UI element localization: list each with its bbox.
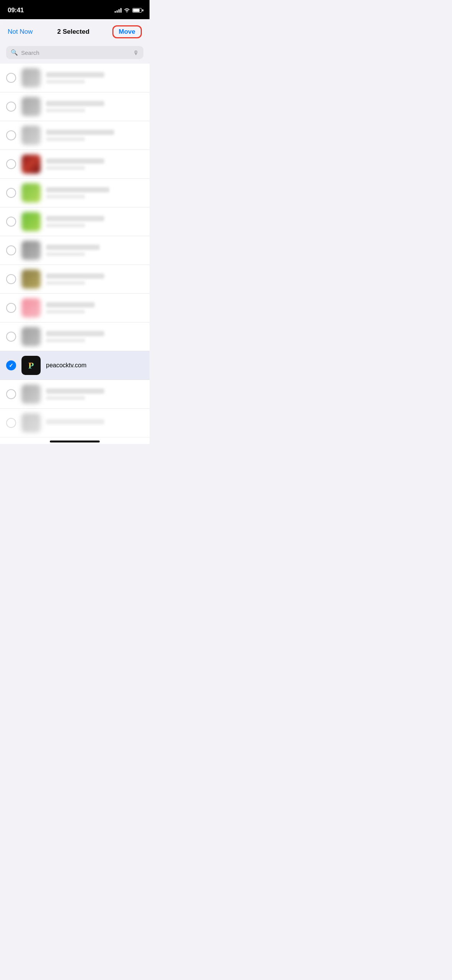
status-icons: [115, 8, 142, 13]
item-subtitle: [46, 224, 85, 227]
wifi-icon: [124, 8, 130, 13]
mic-icon[interactable]: 🎙: [133, 49, 139, 56]
radio-button[interactable]: [6, 159, 16, 169]
radio-button[interactable]: [6, 274, 16, 284]
item-subtitle: [46, 281, 85, 285]
item-title: [46, 419, 104, 424]
item-subtitle: [46, 80, 85, 84]
status-bar: 09:41: [0, 0, 150, 19]
peacock-title: peacocktv.com: [46, 362, 87, 368]
home-indicator: [0, 437, 150, 444]
signal-icon: [115, 8, 122, 13]
list-item[interactable]: [0, 265, 150, 294]
radio-button-selected[interactable]: ✓: [6, 360, 16, 370]
main-container: Not Now 2 Selected Move 🔍 Search 🎙: [0, 19, 150, 444]
item-subtitle: [46, 195, 85, 199]
not-now-button[interactable]: Not Now: [8, 28, 35, 36]
app-icon: [21, 270, 41, 289]
radio-button[interactable]: [6, 245, 16, 255]
item-title: [46, 72, 104, 77]
list-item-peacock[interactable]: ✓ P peacocktv.com: [0, 351, 150, 380]
app-icon: [21, 97, 41, 116]
radio-button[interactable]: [6, 332, 16, 342]
list-item[interactable]: [0, 294, 150, 322]
app-icon: [21, 327, 41, 346]
item-title: [46, 216, 104, 221]
radio-button[interactable]: [6, 188, 16, 198]
list-item[interactable]: [0, 409, 150, 437]
app-icon: [21, 413, 41, 432]
app-icon: [21, 212, 41, 231]
radio-button[interactable]: [6, 217, 16, 227]
radio-button[interactable]: [6, 389, 16, 399]
app-icon: [21, 155, 41, 174]
search-bar-wrapper: 🔍 Search 🎙: [0, 43, 150, 64]
home-bar: [50, 441, 100, 442]
list-item[interactable]: [0, 150, 150, 179]
item-title: [46, 101, 104, 106]
list-item[interactable]: [0, 236, 150, 265]
item-subtitle: [46, 339, 85, 342]
item-title: [46, 331, 104, 336]
list-item[interactable]: [0, 207, 150, 236]
search-bar[interactable]: 🔍 Search 🎙: [6, 46, 143, 59]
nav-title: 2 Selected: [57, 28, 89, 36]
battery-icon: [132, 8, 142, 13]
search-input[interactable]: Search: [21, 49, 130, 56]
status-time: 09:41: [8, 7, 24, 14]
app-icon: [21, 183, 41, 202]
item-title: [46, 187, 109, 192]
app-icon-peacock: P: [21, 356, 41, 375]
radio-button[interactable]: [6, 303, 16, 313]
item-title: [46, 273, 104, 279]
item-subtitle: [46, 137, 85, 141]
item-subtitle: [46, 109, 85, 112]
radio-button[interactable]: [6, 73, 16, 83]
radio-button[interactable]: [6, 130, 16, 140]
item-subtitle: [46, 166, 85, 170]
move-button[interactable]: Move: [112, 25, 142, 38]
app-icon: [21, 126, 41, 145]
list-item[interactable]: [0, 322, 150, 351]
list-item[interactable]: [0, 64, 150, 92]
list-item[interactable]: [0, 92, 150, 121]
item-title: [46, 302, 95, 307]
list-container: ✓ P peacocktv.com: [0, 64, 150, 437]
item-title: [46, 158, 104, 164]
app-icon: [21, 68, 41, 87]
list-item[interactable]: [0, 380, 150, 409]
item-title: [46, 388, 104, 394]
item-title: [46, 130, 114, 135]
list-item[interactable]: [0, 121, 150, 150]
radio-button[interactable]: [6, 418, 16, 428]
app-icon: [21, 298, 41, 317]
radio-button[interactable]: [6, 102, 16, 112]
item-subtitle: [46, 396, 85, 400]
search-icon: 🔍: [11, 49, 18, 56]
item-subtitle: [46, 252, 85, 256]
item-title: [46, 245, 100, 250]
nav-bar: Not Now 2 Selected Move: [0, 19, 150, 43]
item-subtitle: [46, 310, 85, 314]
app-icon: [21, 241, 41, 260]
list-item[interactable]: [0, 179, 150, 207]
app-icon: [21, 385, 41, 404]
